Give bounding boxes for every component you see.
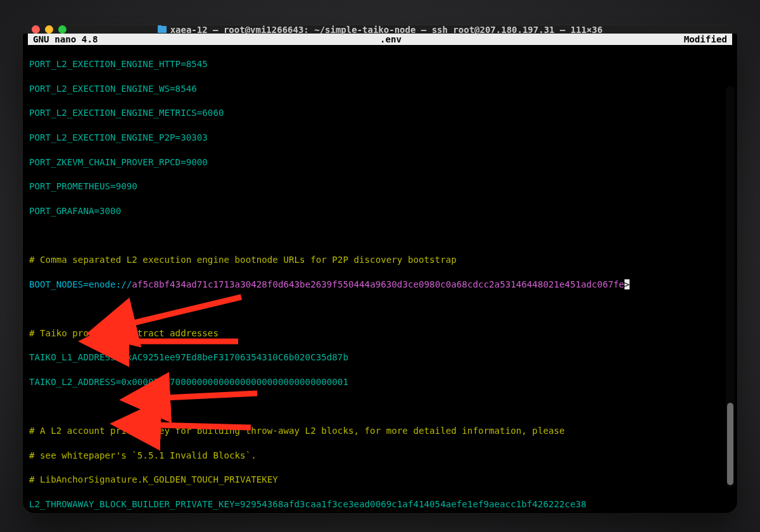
- folder-icon: [158, 26, 167, 33]
- nano-modified: Modified: [684, 34, 727, 44]
- nano-app-name: GNU nano 4.8: [33, 34, 98, 44]
- nano-statusbar: GNU nano 4.8 .env Modified: [28, 34, 732, 45]
- comment-line: # Taiko protocol contract addresses: [29, 327, 731, 339]
- minimize-icon[interactable]: [45, 25, 53, 34]
- config-line: PORT_L2_EXECTION_ENGINE_WS=8546: [29, 83, 731, 95]
- svg-line-2: [165, 393, 257, 398]
- zoom-icon[interactable]: [58, 25, 66, 34]
- window-title: xaea-12 — root@vmi1266643: ~/simple-taik…: [23, 25, 737, 35]
- config-line: PORT_L2_EXECTION_ENGINE_P2P=30303: [29, 132, 731, 144]
- config-line: PORT_PROMETHEUS=9090: [29, 180, 731, 193]
- config-line: PORT_GRAFANA=3000: [29, 205, 731, 217]
- editor-viewport[interactable]: PORT_L2_EXECTION_ENGINE_HTTP=8545 PORT_L…: [23, 45, 737, 513]
- close-icon[interactable]: [32, 25, 40, 34]
- config-line: PORT_L2_EXECTION_ENGINE_HTTP=8545: [29, 58, 731, 70]
- config-line: PORT_L2_EXECTION_ENGINE_METRICS=6060: [29, 107, 731, 119]
- titlebar[interactable]: xaea-12 — root@vmi1266643: ~/simple-taik…: [23, 25, 737, 34]
- nano-filename: .env: [380, 34, 402, 44]
- comment-line: # Comma separated L2 execution engine bo…: [29, 254, 731, 266]
- comment-line: # LibAnchorSignature.K_GOLDEN_TOUCH_PRIV…: [29, 474, 731, 486]
- config-line: TAIKO_L2_ADDRESS=0x000077770000000000000…: [29, 376, 731, 388]
- comment-line: # A L2 account private key for building …: [29, 425, 731, 437]
- scrollbar[interactable]: [726, 86, 735, 488]
- terminal-window: xaea-12 — root@vmi1266643: ~/simple-taik…: [23, 25, 737, 513]
- config-line: TAIKO_L1_ADDRESS=0xAC9251ee97Ed8beF31706…: [29, 352, 731, 364]
- traffic-lights: [32, 25, 66, 34]
- comment-line: # see whitepaper's `5.5.1 Invalid Blocks…: [29, 450, 731, 462]
- scrollbar-thumb[interactable]: [727, 403, 733, 485]
- config-line: L2_THROWAWAY_BLOCK_BUILDER_PRIVATE_KEY=9…: [29, 498, 731, 510]
- bootnodes-line: BOOT_NODES=enode://af5c8bf434ad71c1713a3…: [29, 279, 731, 291]
- window-title-text: xaea-12 — root@vmi1266643: ~/simple-taik…: [170, 25, 603, 35]
- config-line: PORT_ZKEVM_CHAIN_PROVER_RPCD=9000: [29, 156, 731, 168]
